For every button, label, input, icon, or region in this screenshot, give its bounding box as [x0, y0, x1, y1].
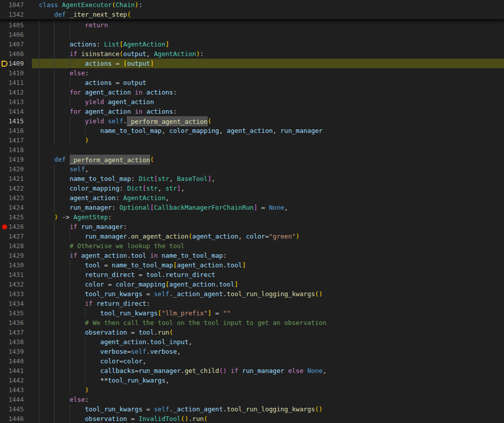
gutter[interactable]: 1421 [0, 174, 32, 183]
line-content[interactable]: return [32, 20, 504, 30]
gutter[interactable]: 1437 [0, 327, 32, 337]
line-number[interactable]: 1406 [0, 30, 24, 39]
line-number[interactable]: 1422 [0, 183, 24, 193]
line-number[interactable]: 1411 [0, 78, 24, 87]
code-area[interactable]: 1405 return14061407 actions: List[AgentA… [0, 20, 504, 423]
gutter[interactable]: 1432 [0, 279, 32, 289]
gutter[interactable]: 1444 [0, 395, 32, 404]
code-line[interactable]: 1424 run_manager: Optional[CallbackManag… [0, 203, 504, 212]
code-line[interactable]: 1441 callbacks=run_manager.get_child() i… [0, 366, 504, 375]
gutter[interactable]: 1424 [0, 203, 32, 212]
line-number[interactable]: 1436 [0, 318, 24, 327]
line-number[interactable]: 1416 [0, 126, 24, 135]
line-number[interactable]: 1445 [0, 404, 24, 414]
gutter[interactable]: 1410 [0, 68, 32, 78]
line-number[interactable]: 1433 [0, 289, 24, 299]
line-number[interactable]: 1047 [0, 0, 24, 10]
code-line[interactable]: 1416 name_to_tool_map, color_mapping, ag… [0, 126, 504, 135]
gutter[interactable]: 1409 [0, 59, 32, 68]
gutter[interactable]: 1441 [0, 366, 32, 375]
gutter[interactable]: 1411 [0, 78, 32, 87]
line-number[interactable]: 1413 [0, 97, 24, 107]
gutter[interactable]: 1342 [0, 10, 32, 19]
gutter[interactable]: 1425 [0, 212, 32, 222]
line-number[interactable]: 1425 [0, 212, 24, 222]
line-number[interactable]: 1441 [0, 366, 24, 375]
line-content[interactable]: class AgentExecutor(Chain): [32, 0, 504, 10]
line-content[interactable]: color_mapping: Dict[str, str], [32, 183, 504, 193]
line-content[interactable]: yield agent_action [32, 97, 504, 107]
gutter[interactable]: 1412 [0, 87, 32, 97]
line-content[interactable]: run_manager.on_agent_action(agent_action… [32, 231, 504, 241]
code-line[interactable]: 1440 color=color, [0, 356, 504, 366]
line-number[interactable]: 1429 [0, 251, 24, 260]
line-number[interactable]: 1434 [0, 299, 24, 308]
line-content[interactable]: else: [32, 395, 504, 404]
sticky-line[interactable]: 1047class AgentExecutor(Chain): [0, 0, 504, 10]
breakpoint-icon[interactable] [2, 224, 7, 229]
line-number[interactable]: 1437 [0, 327, 24, 337]
gutter[interactable]: 1426 [0, 222, 32, 231]
gutter[interactable]: 1418 [0, 145, 32, 155]
line-content[interactable]: color=color, [32, 356, 504, 366]
line-number[interactable]: 1342 [0, 10, 24, 19]
line-number[interactable]: 1442 [0, 375, 24, 385]
line-number[interactable]: 1423 [0, 193, 24, 203]
code-line[interactable]: 1439 verbose=self.verbose, [0, 347, 504, 356]
code-line[interactable]: 1444 else: [0, 395, 504, 404]
code-line[interactable]: 1422 color_mapping: Dict[str, str], [0, 183, 504, 193]
line-number[interactable]: 1415 [0, 116, 24, 126]
code-line[interactable]: 1442 **tool_run_kwargs, [0, 375, 504, 385]
line-number[interactable]: 1446 [0, 414, 24, 423]
code-line[interactable]: 1446 observation = InvalidTool().run( [0, 414, 504, 423]
code-line[interactable]: 1423 agent_action: AgentAction, [0, 193, 504, 203]
gutter[interactable]: 1445 [0, 404, 32, 414]
line-content[interactable]: ) [32, 385, 504, 395]
line-number[interactable]: 1440 [0, 356, 24, 366]
line-number[interactable]: 1439 [0, 347, 24, 356]
line-content[interactable]: # Otherwise we lookup the tool [32, 241, 504, 251]
code-line[interactable]: 1405 return [0, 20, 504, 30]
code-line[interactable]: 1406 [0, 30, 504, 39]
line-number[interactable]: 1438 [0, 337, 24, 347]
line-content[interactable]: else: [32, 68, 504, 78]
line-number[interactable]: 1410 [0, 68, 24, 78]
gutter[interactable]: 1047 [0, 0, 32, 10]
line-content[interactable]: actions: List[AgentAction] [32, 39, 504, 49]
gutter[interactable]: 1438 [0, 337, 32, 347]
line-content[interactable]: def _perform_agent_action( [32, 155, 504, 164]
line-content[interactable]: tool = name_to_tool_map[agent_action.too… [32, 260, 504, 270]
line-content[interactable]: return_direct = tool.return_direct [32, 270, 504, 279]
line-number[interactable]: 1443 [0, 385, 24, 395]
code-line[interactable]: 1410 else: [0, 68, 504, 78]
gutter[interactable]: 1416 [0, 126, 32, 135]
line-number[interactable]: 1414 [0, 107, 24, 116]
gutter[interactable]: 1433 [0, 289, 32, 299]
gutter[interactable]: 1406 [0, 30, 32, 39]
line-number[interactable]: 1431 [0, 270, 24, 279]
line-content[interactable]: for agent_action in actions: [32, 87, 504, 97]
code-line[interactable]: 1438 agent_action.tool_input, [0, 337, 504, 347]
gutter[interactable]: 1408 [0, 49, 32, 59]
gutter[interactable]: 1430 [0, 260, 32, 270]
line-content[interactable]: tool_run_kwargs = self._action_agent.too… [32, 404, 504, 414]
gutter[interactable]: 1435 [0, 308, 32, 318]
gutter[interactable]: 1439 [0, 347, 32, 356]
gutter[interactable]: 1429 [0, 251, 32, 260]
line-number[interactable]: 1428 [0, 241, 24, 251]
code-line[interactable]: 1420 self, [0, 164, 504, 174]
code-line[interactable]: 1408 if isinstance(output, AgentAction): [0, 49, 504, 59]
gutter[interactable]: 1443 [0, 385, 32, 395]
code-line[interactable]: 1432 color = color_mapping[agent_action.… [0, 279, 504, 289]
line-number[interactable]: 1435 [0, 308, 24, 318]
line-content[interactable]: ) [32, 135, 504, 145]
gutter[interactable]: 1423 [0, 193, 32, 203]
line-content[interactable]: yield self._perform_agent_action( [32, 116, 504, 126]
code-line[interactable]: 1437 observation = tool.run( [0, 327, 504, 337]
gutter[interactable]: 1446 [0, 414, 32, 423]
line-content[interactable]: actions = output [32, 78, 504, 87]
code-line[interactable]: 1431 return_direct = tool.return_direct [0, 270, 504, 279]
code-line[interactable]: 1443 ) [0, 385, 504, 395]
code-line[interactable]: 1436 # We then call the tool on the tool… [0, 318, 504, 327]
line-number[interactable]: 1430 [0, 260, 24, 270]
